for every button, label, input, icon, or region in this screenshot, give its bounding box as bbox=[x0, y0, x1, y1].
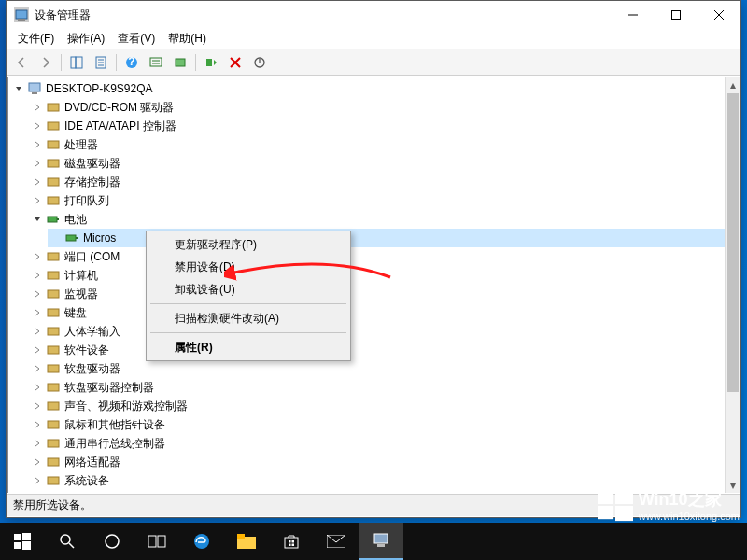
help-button[interactable]: ? bbox=[120, 52, 143, 73]
uninstall-button[interactable] bbox=[248, 52, 271, 73]
tree-node[interactable]: DVD/CD-ROM 驱动器 bbox=[29, 98, 738, 117]
update-driver-button[interactable] bbox=[169, 52, 191, 73]
svg-rect-39 bbox=[598, 506, 613, 519]
tree-node[interactable]: 软盘驱动器 bbox=[29, 359, 738, 378]
svg-rect-26 bbox=[48, 290, 59, 298]
expand-icon[interactable] bbox=[31, 175, 44, 189]
svg-rect-52 bbox=[285, 538, 298, 548]
taskview-icon[interactable] bbox=[134, 523, 179, 560]
svg-rect-4 bbox=[76, 57, 82, 68]
tree-node[interactable]: 软件设备 bbox=[29, 341, 738, 359]
scroll-up-icon[interactable]: ▴ bbox=[726, 77, 740, 92]
tree-node[interactable]: 声音、视频和游戏控制器 bbox=[29, 397, 738, 415]
tree-node[interactable]: 网络适配器 bbox=[29, 453, 738, 471]
expand-icon[interactable] bbox=[31, 325, 44, 338]
tree-root[interactable]: DESKTOP-K9S92QA bbox=[10, 79, 738, 98]
collapse-icon[interactable] bbox=[12, 82, 25, 95]
forward-button[interactable] bbox=[35, 52, 57, 73]
tree-node[interactable]: 人体学输入 bbox=[29, 322, 738, 341]
battery-icon bbox=[64, 231, 79, 245]
svg-rect-27 bbox=[48, 309, 59, 316]
tree-node[interactable]: 监视器 bbox=[29, 285, 738, 303]
tree-node[interactable]: 存储控制器 bbox=[29, 173, 738, 191]
vertical-scrollbar[interactable]: ▴ ▾ bbox=[725, 77, 740, 493]
edge-icon[interactable] bbox=[179, 523, 224, 560]
tree-node[interactable]: 软盘驱动器控制器 bbox=[29, 378, 738, 397]
properties-button[interactable] bbox=[90, 52, 112, 73]
expand-icon bbox=[49, 231, 63, 245]
start-button[interactable] bbox=[0, 523, 45, 560]
svg-rect-25 bbox=[48, 272, 59, 279]
collapse-icon[interactable] bbox=[31, 213, 44, 226]
node-label: 存储控制器 bbox=[64, 175, 120, 190]
ctx-uninstall-device[interactable]: 卸载设备(U) bbox=[148, 278, 348, 301]
expand-icon[interactable] bbox=[31, 287, 44, 301]
menu-file[interactable]: 文件(F) bbox=[12, 29, 60, 49]
tree-node[interactable]: IDE ATA/ATAPI 控制器 bbox=[29, 117, 738, 135]
expand-icon[interactable] bbox=[31, 306, 44, 319]
minimize-button[interactable] bbox=[612, 1, 655, 29]
expand-icon[interactable] bbox=[31, 381, 44, 394]
expand-icon[interactable] bbox=[31, 194, 44, 207]
tree-node[interactable]: 通用串行总线控制器 bbox=[29, 434, 738, 453]
back-button[interactable] bbox=[10, 52, 33, 73]
tree-node[interactable]: 磁盘驱动器 bbox=[29, 154, 738, 173]
svg-point-46 bbox=[106, 535, 119, 548]
tree-node[interactable]: 处理器 bbox=[29, 135, 738, 154]
svg-rect-54 bbox=[292, 540, 295, 543]
expand-icon[interactable] bbox=[31, 399, 44, 413]
cortana-icon[interactable] bbox=[90, 523, 134, 560]
svg-rect-32 bbox=[48, 402, 59, 410]
expand-icon[interactable] bbox=[31, 437, 44, 450]
tree-node[interactable]: 打印队列 bbox=[29, 191, 738, 210]
menu-action[interactable]: 操作(A) bbox=[62, 29, 110, 49]
ctx-separator bbox=[150, 332, 346, 333]
scrollbar-thumb[interactable] bbox=[727, 93, 739, 392]
tree-node[interactable]: 计算机 bbox=[29, 266, 738, 285]
expand-icon[interactable] bbox=[31, 138, 44, 151]
expand-icon[interactable] bbox=[31, 474, 44, 487]
menu-help[interactable]: 帮助(H) bbox=[162, 29, 212, 49]
tree-node[interactable]: 鼠标和其他指针设备 bbox=[29, 415, 738, 434]
computer-icon bbox=[27, 81, 42, 96]
ctx-properties[interactable]: 属性(R) bbox=[148, 336, 348, 358]
expand-icon[interactable] bbox=[31, 455, 44, 469]
search-icon[interactable] bbox=[45, 523, 90, 560]
enable-button[interactable] bbox=[200, 52, 222, 73]
expand-icon[interactable] bbox=[31, 343, 44, 357]
disable-button[interactable] bbox=[224, 52, 247, 73]
expand-icon[interactable] bbox=[31, 119, 44, 133]
maximize-button[interactable] bbox=[655, 1, 698, 29]
device-category-icon bbox=[46, 361, 61, 376]
device-category-icon bbox=[46, 249, 61, 264]
explorer-icon[interactable] bbox=[224, 523, 269, 560]
expand-icon[interactable] bbox=[31, 250, 44, 263]
scan-button[interactable] bbox=[145, 52, 167, 73]
device-category-icon bbox=[46, 268, 61, 283]
menu-view[interactable]: 查看(V) bbox=[112, 29, 161, 49]
mail-icon[interactable] bbox=[314, 523, 359, 560]
device-manager-task[interactable] bbox=[359, 523, 403, 560]
node-label: 通用串行总线控制器 bbox=[64, 436, 165, 452]
close-button[interactable] bbox=[698, 1, 740, 29]
titlebar[interactable]: 设备管理器 bbox=[7, 1, 740, 29]
ctx-update-driver[interactable]: 更新驱动程序(P) bbox=[148, 233, 348, 256]
ctx-disable-device[interactable]: 禁用设备(D) bbox=[148, 256, 348, 278]
expand-icon[interactable] bbox=[31, 362, 44, 375]
tree-node[interactable]: 键盘 bbox=[29, 303, 738, 322]
show-hide-tree-button[interactable] bbox=[65, 52, 88, 73]
tree-node[interactable]: 电池 bbox=[29, 210, 738, 229]
device-tree[interactable]: DESKTOP-K9S92QADVD/CD-ROM 驱动器IDE ATA/ATA… bbox=[7, 77, 740, 493]
expand-icon[interactable] bbox=[31, 157, 44, 170]
svg-point-45 bbox=[61, 535, 70, 544]
store-icon[interactable] bbox=[269, 523, 314, 560]
device-category-icon bbox=[46, 380, 61, 395]
expand-icon[interactable] bbox=[31, 418, 44, 431]
ctx-scan-hardware[interactable]: 扫描检测硬件改动(A) bbox=[148, 307, 348, 329]
device-category-icon bbox=[46, 343, 61, 357]
svg-rect-0 bbox=[16, 10, 27, 19]
taskbar[interactable] bbox=[0, 523, 747, 560]
expand-icon[interactable] bbox=[31, 269, 44, 282]
tree-node[interactable]: 端口 (COM bbox=[29, 247, 738, 266]
expand-icon[interactable] bbox=[31, 101, 44, 114]
